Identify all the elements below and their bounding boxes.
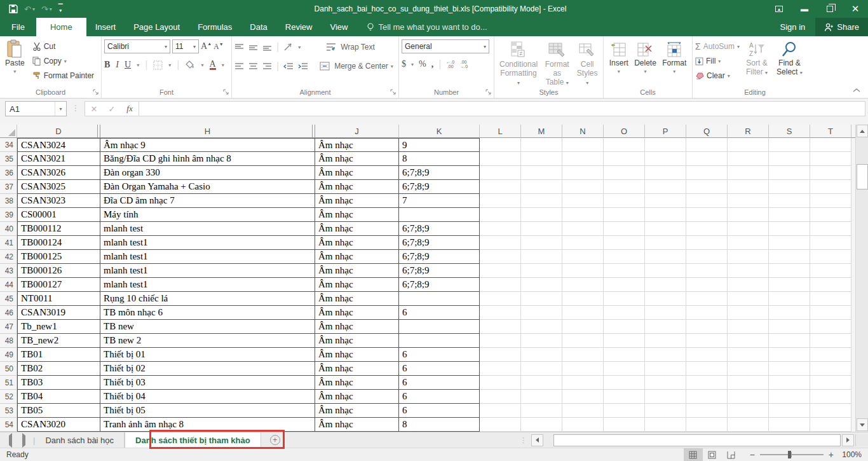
borders-icon[interactable] xyxy=(153,60,163,70)
cell-T51[interactable] xyxy=(810,376,851,390)
cell-J54[interactable]: Âm nhạc xyxy=(315,418,399,432)
insert-function-icon[interactable]: fx xyxy=(121,104,139,114)
cell-R42[interactable] xyxy=(728,250,769,264)
cell-O42[interactable] xyxy=(604,250,645,264)
cell-M35[interactable] xyxy=(521,152,562,166)
cell-Q40[interactable] xyxy=(686,222,728,236)
clipboard-dialog-launcher[interactable] xyxy=(93,89,99,95)
cell-H53[interactable]: Thiết bị 05 xyxy=(100,404,315,418)
cell-D47[interactable]: Tb_new1 xyxy=(17,320,100,334)
cell-L47[interactable] xyxy=(480,320,521,334)
cell-P51[interactable] xyxy=(645,376,686,390)
cell-Q35[interactable] xyxy=(686,152,728,166)
cell-N35[interactable] xyxy=(562,152,604,166)
conditional-formatting-button[interactable]: ≠ ConditionalFormatting ▾ xyxy=(497,39,540,89)
row-header-50[interactable]: 50 xyxy=(0,362,17,376)
cell-N44[interactable] xyxy=(562,278,604,292)
horizontal-scroll-thumb[interactable] xyxy=(553,434,841,446)
orientation-icon[interactable] xyxy=(283,43,294,52)
cell-L49[interactable] xyxy=(480,348,521,362)
cell-D34[interactable]: CSAN3024 xyxy=(17,138,100,152)
cell-Q43[interactable] xyxy=(686,264,728,278)
cell-Q37[interactable] xyxy=(686,180,728,194)
cell-P49[interactable] xyxy=(645,348,686,362)
tab-home[interactable]: Home xyxy=(36,18,86,36)
tab-formulas[interactable]: Formulas xyxy=(189,18,241,36)
cell-O41[interactable] xyxy=(604,236,645,250)
cell-M38[interactable] xyxy=(521,194,562,208)
customize-qat-icon[interactable]: ▔▾ xyxy=(58,6,63,12)
align-left-icon[interactable] xyxy=(234,62,244,71)
cell-S39[interactable] xyxy=(769,208,810,222)
tab-insert[interactable]: Insert xyxy=(86,18,125,36)
cell-D53[interactable]: TB05 xyxy=(17,404,100,418)
formula-input[interactable] xyxy=(139,101,865,116)
insert-cells-button[interactable]: Insert▾ xyxy=(607,39,631,78)
cell-P48[interactable] xyxy=(645,334,686,348)
undo-icon[interactable]: ↶▾ xyxy=(24,4,35,14)
cell-T44[interactable] xyxy=(810,278,851,292)
comma-icon[interactable]: , xyxy=(431,59,434,69)
cell-R46[interactable] xyxy=(728,306,769,320)
cell-D39[interactable]: CS00001 xyxy=(17,208,100,222)
cell-L39[interactable] xyxy=(480,208,521,222)
cell-Q47[interactable] xyxy=(686,320,728,334)
wrap-text-button[interactable]: Wrap Text xyxy=(341,40,375,54)
cell-R36[interactable] xyxy=(728,166,769,180)
align-middle-icon[interactable] xyxy=(248,43,258,52)
scroll-left-icon[interactable] xyxy=(531,434,543,446)
cell-N42[interactable] xyxy=(562,250,604,264)
clear-button[interactable]: Clear▾ xyxy=(695,69,740,83)
align-center-icon[interactable] xyxy=(248,62,258,71)
cell-L43[interactable] xyxy=(480,264,521,278)
cell-S40[interactable] xyxy=(769,222,810,236)
format-cells-button[interactable]: Format▾ xyxy=(660,39,689,78)
cell-K42[interactable]: 6;7;8;9 xyxy=(399,250,480,264)
font-dialog-launcher[interactable] xyxy=(223,89,229,95)
cell-K39[interactable] xyxy=(399,208,480,222)
cell-L53[interactable] xyxy=(480,404,521,418)
cell-J44[interactable]: Âm nhạc xyxy=(315,278,399,292)
cell-S42[interactable] xyxy=(769,250,810,264)
increase-indent-icon[interactable] xyxy=(298,62,308,71)
tell-me-box[interactable]: Tell me what you want to do... xyxy=(356,18,487,36)
tab-file[interactable]: File xyxy=(0,18,36,36)
cell-H51[interactable]: Thiết bị 03 xyxy=(100,376,315,390)
cell-L37[interactable] xyxy=(480,180,521,194)
cell-T40[interactable] xyxy=(810,222,851,236)
cell-N50[interactable] xyxy=(562,362,604,376)
cell-M53[interactable] xyxy=(521,404,562,418)
cell-J40[interactable]: Âm nhạc xyxy=(315,222,399,236)
cell-Q48[interactable] xyxy=(686,334,728,348)
cell-O50[interactable] xyxy=(604,362,645,376)
cell-L54[interactable] xyxy=(480,418,521,432)
cell-H48[interactable]: TB new 2 xyxy=(100,334,315,348)
cell-Q50[interactable] xyxy=(686,362,728,376)
cell-T42[interactable] xyxy=(810,250,851,264)
cell-N45[interactable] xyxy=(562,292,604,306)
cell-N47[interactable] xyxy=(562,320,604,334)
cell-O54[interactable] xyxy=(604,418,645,432)
merge-center-button[interactable]: Merge & Center▾ xyxy=(334,59,393,73)
zoom-in-icon[interactable]: + xyxy=(829,450,834,460)
cell-O51[interactable] xyxy=(604,376,645,390)
cell-S46[interactable] xyxy=(769,306,810,320)
row-header-46[interactable]: 46 xyxy=(0,306,17,320)
new-sheet-button[interactable]: + xyxy=(270,432,280,448)
row-header-51[interactable]: 51 xyxy=(0,376,17,390)
cell-M50[interactable] xyxy=(521,362,562,376)
cell-H40[interactable]: mlanh test xyxy=(100,222,315,236)
column-header-D[interactable]: D xyxy=(17,125,100,138)
cell-R40[interactable] xyxy=(728,222,769,236)
cell-H47[interactable]: TB new xyxy=(100,320,315,334)
cell-K47[interactable] xyxy=(399,320,480,334)
tab-view[interactable]: View xyxy=(321,18,356,36)
italic-button[interactable]: I xyxy=(116,60,119,70)
cell-Q45[interactable] xyxy=(686,292,728,306)
tabbar-splitter[interactable]: ⋮ xyxy=(516,436,531,444)
cell-R35[interactable] xyxy=(728,152,769,166)
cell-M37[interactable] xyxy=(521,180,562,194)
cell-O48[interactable] xyxy=(604,334,645,348)
cell-T53[interactable] xyxy=(810,404,851,418)
cell-O47[interactable] xyxy=(604,320,645,334)
